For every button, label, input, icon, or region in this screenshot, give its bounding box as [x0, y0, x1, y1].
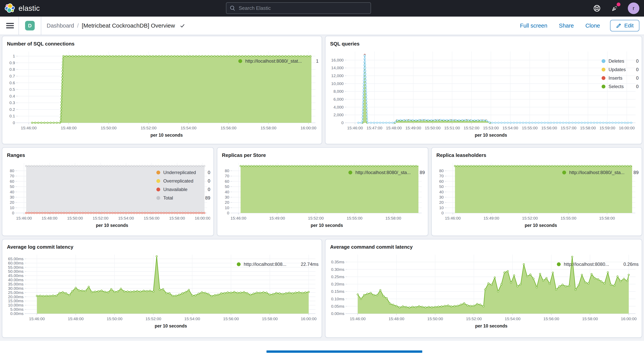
- legend-color-dot: [602, 68, 606, 72]
- svg-text:15:46:00: 15:46:00: [350, 316, 366, 321]
- help-button[interactable]: [592, 4, 602, 13]
- legend-label: Underreplicated: [163, 170, 196, 175]
- legend-item[interactable]: http://localhost:8080/_sta...89: [348, 170, 425, 175]
- legend-color-dot: [156, 179, 160, 183]
- legend-item[interactable]: http://localhost:808...22.74ms: [237, 262, 318, 267]
- global-search: [226, 2, 371, 14]
- check-icon: [180, 23, 185, 28]
- elastic-logo-icon: [5, 3, 15, 14]
- legend-color-dot: [348, 170, 352, 174]
- svg-text:15:46:00: 15:46:00: [21, 126, 37, 130]
- legend-color-dot: [602, 84, 606, 88]
- chart-legend: http://localhost:8080/_sta...89: [562, 160, 638, 231]
- legend-color-dot: [602, 59, 606, 63]
- legend-item[interactable]: Updates0: [602, 67, 638, 72]
- top-header: elastic: [0, 0, 644, 16]
- svg-text:70: 70: [225, 174, 229, 178]
- svg-text:30.00ms: 30.00ms: [8, 286, 24, 290]
- svg-text:10: 10: [439, 206, 444, 210]
- panel-title[interactable]: Number of SQL connections: [6, 39, 318, 47]
- svg-text:0: 0: [227, 211, 229, 215]
- svg-text:15:52:00: 15:52:00: [522, 216, 538, 220]
- user-avatar[interactable]: r: [628, 2, 639, 14]
- hamburger-menu-icon: [6, 22, 14, 29]
- legend-label: Overreplicated: [163, 178, 194, 184]
- panel-title[interactable]: Replica leaseholders: [435, 151, 638, 158]
- legend-item[interactable]: Selects0: [602, 84, 638, 89]
- legend-value: 89: [205, 195, 210, 201]
- svg-text:0.9: 0.9: [10, 60, 15, 65]
- svg-text:15:46:00: 15:46:00: [347, 126, 363, 130]
- svg-text:50: 50: [439, 184, 444, 189]
- brand[interactable]: elastic: [0, 3, 40, 14]
- svg-text:15:49:00: 15:49:00: [405, 126, 421, 130]
- panel-title[interactable]: Replicas per Store: [220, 151, 425, 158]
- header-actions: r: [592, 0, 639, 16]
- main-menu-button[interactable]: [5, 16, 18, 35]
- edit-button[interactable]: Edit: [610, 20, 639, 32]
- full-screen-button[interactable]: Full screen: [520, 22, 548, 29]
- panel-title[interactable]: Ranges: [6, 151, 210, 158]
- legend-item[interactable]: Underreplicated0: [156, 170, 210, 175]
- kibana-app: elastic: [0, 0, 644, 362]
- legend-value: 0: [636, 67, 638, 72]
- panel-title[interactable]: Average log commit latency: [6, 242, 318, 250]
- svg-text:0.2: 0.2: [10, 107, 15, 112]
- newsfeed-button[interactable]: [610, 4, 619, 13]
- legend-color-dot: [237, 262, 241, 266]
- svg-text:60: 60: [439, 179, 444, 184]
- svg-text:15:48:00: 15:48:00: [388, 316, 404, 321]
- chart-plot: 0.35ms0.30ms0.25ms0.20ms0.15ms0.10ms0.05…: [328, 252, 557, 331]
- svg-text:15:50:00: 15:50:00: [101, 126, 117, 130]
- svg-text:15:47:00: 15:47:00: [366, 126, 382, 130]
- svg-text:per 10 seconds: per 10 seconds: [475, 324, 507, 328]
- breadcrumb-dashboard-link[interactable]: Dashboard: [47, 22, 74, 29]
- legend-item[interactable]: http://localhost:8080...0.26ms: [557, 262, 638, 267]
- toolbar-divider: [41, 16, 41, 35]
- chart-plot: 8070605040302010015:46:0015:49:0015:52:0…: [435, 160, 562, 231]
- svg-text:12,000: 12,000: [331, 74, 344, 78]
- panel-title[interactable]: SQL queries: [328, 39, 638, 47]
- chart-legend: http://localhost:8080/_sta...89: [348, 160, 425, 231]
- panel-title[interactable]: Average command commit latency: [328, 242, 638, 250]
- chart-legend: Underreplicated0Overreplicated0Unavailab…: [156, 160, 210, 231]
- brand-name: elastic: [18, 4, 40, 12]
- legend-item[interactable]: Overreplicated0: [156, 178, 210, 184]
- legend-value: 0: [208, 178, 210, 184]
- svg-text:60: 60: [10, 179, 14, 184]
- chart-legend: Deletes0Updates0Inserts0Selects0: [602, 48, 638, 140]
- chart-svg[interactable]: 16,00014,00012,00010,0008,0006,0004,0002…: [328, 48, 638, 139]
- panel-average-command-commit-latency: Average command commit latency 0.35ms0.3…: [325, 239, 642, 338]
- search-input[interactable]: [226, 2, 371, 14]
- page-title: [Metricbeat CockroachDB] Overview: [82, 22, 175, 29]
- legend-label: Updates: [608, 67, 626, 72]
- svg-text:15:48:00: 15:48:00: [68, 316, 84, 321]
- legend-item[interactable]: Total89: [156, 195, 210, 201]
- svg-text:1: 1: [13, 54, 15, 58]
- svg-text:per 10 seconds: per 10 seconds: [150, 132, 182, 138]
- svg-text:0.00ms: 0.00ms: [331, 311, 344, 316]
- legend-value: 89: [634, 170, 638, 175]
- chart-plot: 65.00ms60.00ms55.00ms50.00ms45.00ms40.00…: [6, 252, 237, 331]
- toolbar: D Dashboard / [Metricbeat CockroachDB] O…: [0, 16, 644, 35]
- svg-text:15:52:00: 15:52:00: [464, 126, 479, 130]
- svg-text:40: 40: [10, 190, 14, 194]
- legend-item[interactable]: Unavailable0: [156, 187, 210, 192]
- legend-label: http://localhost:8080...: [564, 262, 609, 267]
- share-button[interactable]: Share: [559, 22, 574, 29]
- legend-item[interactable]: http://localhost:8080/_stat...1: [238, 58, 318, 64]
- legend-item[interactable]: http://localhost:8080/_sta...89: [562, 170, 638, 175]
- legend-item[interactable]: Inserts0: [602, 75, 638, 81]
- clone-button[interactable]: Clone: [586, 22, 600, 29]
- svg-text:15:54:00: 15:54:00: [184, 316, 200, 321]
- svg-text:per 10 seconds: per 10 seconds: [475, 132, 507, 138]
- legend-value: 22.74ms: [301, 262, 318, 267]
- svg-text:15:46:00: 15:46:00: [29, 316, 45, 321]
- horizontal-scrollbar[interactable]: [266, 350, 422, 353]
- svg-text:per 10 seconds: per 10 seconds: [96, 223, 128, 228]
- notification-dot: [616, 2, 620, 6]
- space-badge[interactable]: D: [25, 21, 35, 30]
- legend-item[interactable]: Deletes0: [602, 58, 638, 64]
- saved-state-button[interactable]: [180, 23, 185, 28]
- svg-text:60: 60: [225, 179, 229, 184]
